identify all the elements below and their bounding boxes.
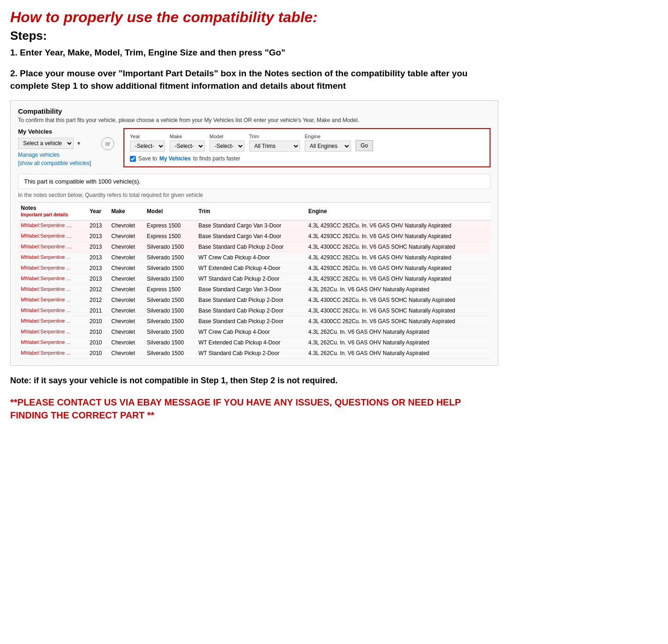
notes-cell: Mfrlabel:Serpentine ... [18, 263, 87, 274]
notes-cell: Mfrlabel:Serpentine ... [18, 274, 87, 284]
make-cell: Chevrolet [109, 263, 144, 274]
notes-cell: Mfrlabel:Serpentine .... [18, 231, 87, 242]
engine-cell: 4.3L 262Cu. In. V6 GAS OHV Naturally Asp… [306, 284, 490, 295]
year-cell: 2012 [87, 284, 109, 295]
make-cell: Chevrolet [109, 295, 144, 306]
make-cell: Chevrolet [109, 231, 144, 242]
year-cell: 2012 [87, 295, 109, 306]
make-cell: Chevrolet [109, 316, 144, 327]
notes-cell: Mfrlabel:Serpentine ... [18, 337, 87, 348]
col-header-make: Make [109, 202, 144, 221]
contact-note: **PLEASE CONTACT US VIA EBAY MESSAGE IF … [10, 396, 498, 422]
year-cell: 2010 [87, 316, 109, 327]
trim-cell: WT Crew Cab Pickup 4-Door [196, 327, 306, 337]
make-cell: Chevrolet [109, 306, 144, 316]
save-my-vehicles-label: My Vehicles [159, 155, 191, 162]
engine-cell: 4.3L 4300CC 262Cu. In. V6 GAS SOHC Natur… [306, 306, 490, 316]
table-row: Mfrlabel:Serpentine ...2010ChevroletSilv… [18, 327, 490, 337]
make-cell: Chevrolet [109, 348, 144, 359]
trim-cell: WT Extended Cab Pickup 4-Door [196, 263, 306, 274]
col-header-model: Model [144, 202, 196, 221]
model-cell: Silverado 1500 [144, 295, 196, 306]
save-text: Save to [138, 155, 157, 162]
notes-cell: Mfrlabel:Serpentine ... [18, 252, 87, 263]
year-cell: 2011 [87, 306, 109, 316]
trim-cell: Base Standard Cab Pickup 2-Door [196, 242, 306, 252]
notes-cell: Mfrlabel:Serpentine ... [18, 316, 87, 327]
steps-label: Steps: [10, 29, 498, 43]
engine-cell: 4.3L 4293CC 262Cu. In. V6 GAS OHV Natura… [306, 252, 490, 263]
engine-cell: 4.3L 4300CC 262Cu. In. V6 GAS SOHC Natur… [306, 242, 490, 252]
notes-cell: Mfrlabel:Serpentine ... [18, 284, 87, 295]
engine-cell: 4.3L 4293CC 262Cu. In. V6 GAS OHV Natura… [306, 263, 490, 274]
year-cell: 2010 [87, 327, 109, 337]
table-row: Mfrlabel:Serpentine ....2013ChevroletExp… [18, 221, 490, 231]
year-cell: 2013 [87, 231, 109, 242]
manage-vehicles-link[interactable]: Manage vehicles [18, 152, 92, 158]
trim-cell: Base Standard Cab Pickup 2-Door [196, 316, 306, 327]
trim-cell: WT Standard Cab Pickup 2-Door [196, 348, 306, 359]
bottom-note: Note: if it says your vehicle is not com… [10, 375, 498, 386]
model-field: Model -Select- [209, 134, 245, 152]
make-field: Make -Select- [170, 134, 205, 152]
model-cell: Silverado 1500 [144, 337, 196, 348]
year-cell: 2010 [87, 337, 109, 348]
model-select[interactable]: -Select- [209, 141, 245, 152]
engine-select[interactable]: All Engines [305, 141, 351, 152]
ymm-section: Year -Select- Make -Select- Model -Selec… [123, 128, 490, 167]
vehicle-select[interactable]: Select a vehicle [18, 138, 74, 149]
make-cell: Chevrolet [109, 327, 144, 337]
go-button[interactable]: Go [355, 140, 373, 151]
year-select[interactable]: -Select- [130, 141, 165, 152]
notes-cell: Mfrlabel:Serpentine .... [18, 221, 87, 231]
engine-cell: 4.3L 4300CC 262Cu. In. V6 GAS SOHC Natur… [306, 295, 490, 306]
engine-label: Engine [305, 134, 351, 139]
show-all-link[interactable]: [show all compatible vehicles] [18, 160, 92, 166]
model-cell: Silverado 1500 [144, 274, 196, 284]
model-cell: Silverado 1500 [144, 348, 196, 359]
notes-sub-header: Important part details [21, 212, 68, 217]
table-row: Mfrlabel:Serpentine ...2013ChevroletSilv… [18, 274, 490, 284]
trim-select[interactable]: All Trims [249, 141, 300, 152]
model-cell: Express 1500 [144, 284, 196, 295]
table-row: Mfrlabel:Serpentine ...2010ChevroletSilv… [18, 337, 490, 348]
step2-text: 2. Place your mouse over "Important Part… [10, 67, 498, 92]
save-checkbox[interactable] [130, 156, 136, 162]
model-cell: Silverado 1500 [144, 316, 196, 327]
year-cell: 2013 [87, 274, 109, 284]
year-cell: 2013 [87, 252, 109, 263]
trim-cell: Base Standard Cargo Van 3-Door [196, 284, 306, 295]
model-cell: Silverado 1500 [144, 242, 196, 252]
trim-field: Trim All Trims [249, 134, 300, 152]
notes-cell: Mfrlabel:Serpentine ... [18, 295, 87, 306]
compat-title: Compatibility [18, 107, 490, 115]
main-title: How to properly use the compatibility ta… [10, 8, 498, 26]
trim-cell: WT Extended Cab Pickup 4-Door [196, 337, 306, 348]
model-cell: Silverado 1500 [144, 263, 196, 274]
engine-field: Engine All Engines [305, 134, 351, 152]
make-cell: Chevrolet [109, 252, 144, 263]
make-label: Make [170, 134, 205, 139]
engine-cell: 4.3L 4293CC 262Cu. In. V6 GAS OHV Natura… [306, 221, 490, 231]
year-cell: 2010 [87, 348, 109, 359]
engine-cell: 4.3L 4293CC 262Cu. In. V6 GAS OHV Natura… [306, 274, 490, 284]
model-cell: Silverado 1500 [144, 252, 196, 263]
trim-cell: Base Standard Cab Pickup 2-Door [196, 306, 306, 316]
dropdown-arrow-icon: ▼ [76, 141, 81, 146]
model-cell: Express 1500 [144, 231, 196, 242]
table-row: Mfrlabel:Serpentine ...2012ChevroletSilv… [18, 295, 490, 306]
make-select[interactable]: -Select- [170, 141, 205, 152]
year-cell: 2013 [87, 242, 109, 252]
year-label: Year [130, 134, 165, 139]
trim-cell: Base Standard Cargo Van 4-Door [196, 231, 306, 242]
compatible-notice: This part is compatible with 1000 vehicl… [18, 174, 490, 189]
engine-cell: 4.3L 262Cu. In. V6 GAS OHV Naturally Asp… [306, 348, 490, 359]
compatibility-table: Notes Important part details Year Make M… [18, 202, 490, 359]
compatibility-section: Compatibility To confirm that this part … [10, 100, 498, 366]
year-field: Year -Select- [130, 134, 165, 152]
table-row: Mfrlabel:Serpentine ...2013ChevroletSilv… [18, 252, 490, 263]
table-row: Mfrlabel:Serpentine ...2011ChevroletSilv… [18, 306, 490, 316]
table-row: Mfrlabel:Serpentine ...2012ChevroletExpr… [18, 284, 490, 295]
table-row: Mfrlabel:Serpentine ...2013ChevroletSilv… [18, 263, 490, 274]
make-cell: Chevrolet [109, 221, 144, 231]
